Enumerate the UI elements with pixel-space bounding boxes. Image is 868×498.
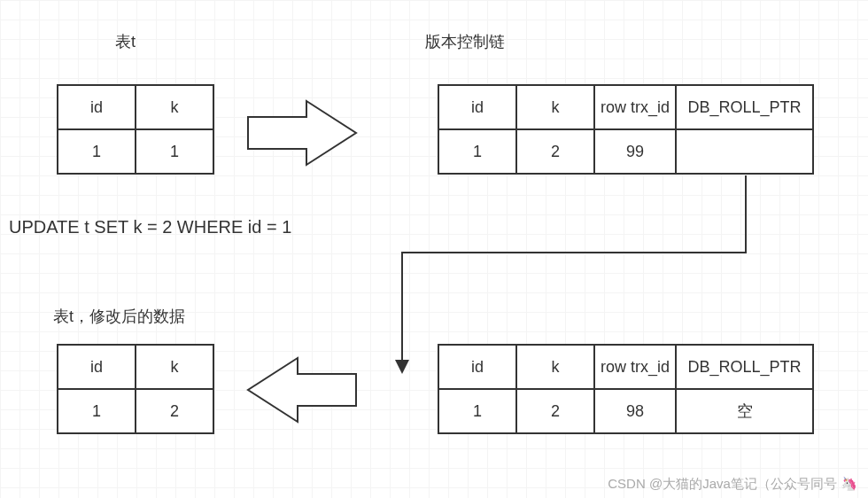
cell-val-k: 2 bbox=[516, 389, 594, 433]
cell-val-trxid: 98 bbox=[594, 389, 676, 433]
cell-header-k: k bbox=[136, 345, 213, 389]
cell-header-trxid: row trx_id bbox=[594, 85, 676, 129]
cell-val-id: 1 bbox=[58, 129, 136, 174]
table-version-top: id k row trx_id DB_ROLL_PTR 1 2 99 bbox=[438, 84, 814, 175]
watermark: CSDN @大猫的Java笔记（公众号同号 🦄 bbox=[608, 476, 857, 493]
cell-header-id: id bbox=[58, 345, 136, 389]
title-version-chain: 版本控制链 bbox=[425, 31, 505, 52]
cell-val-trxid: 99 bbox=[594, 129, 676, 174]
arrow-left-icon bbox=[244, 354, 360, 425]
svg-marker-1 bbox=[248, 358, 356, 422]
svg-marker-2 bbox=[395, 360, 409, 374]
cell-header-id: id bbox=[438, 85, 516, 129]
arrow-right-icon bbox=[244, 97, 360, 168]
connector-rollptr-icon bbox=[381, 173, 833, 377]
cell-header-id: id bbox=[58, 85, 136, 129]
cell-val-rollptr: 空 bbox=[676, 389, 813, 433]
cell-val-id: 1 bbox=[438, 129, 516, 174]
sql-statement: UPDATE t SET k = 2 WHERE id = 1 bbox=[9, 217, 291, 237]
cell-val-rollptr bbox=[676, 129, 813, 174]
title-table-t-after: 表t，修改后的数据 bbox=[53, 306, 185, 327]
cell-val-id: 1 bbox=[438, 389, 516, 433]
cell-header-rollptr: DB_ROLL_PTR bbox=[676, 85, 813, 129]
cell-val-k: 1 bbox=[136, 129, 213, 174]
svg-marker-0 bbox=[248, 101, 356, 165]
cell-val-k: 2 bbox=[136, 389, 213, 433]
cell-val-k: 2 bbox=[516, 129, 594, 174]
title-table-t: 表t bbox=[115, 31, 136, 52]
table-t-after: id k 1 2 bbox=[57, 344, 214, 434]
cell-header-k: k bbox=[136, 85, 213, 129]
cell-val-id: 1 bbox=[58, 389, 136, 433]
table-t-before: id k 1 1 bbox=[57, 84, 214, 175]
cell-header-k: k bbox=[516, 85, 594, 129]
